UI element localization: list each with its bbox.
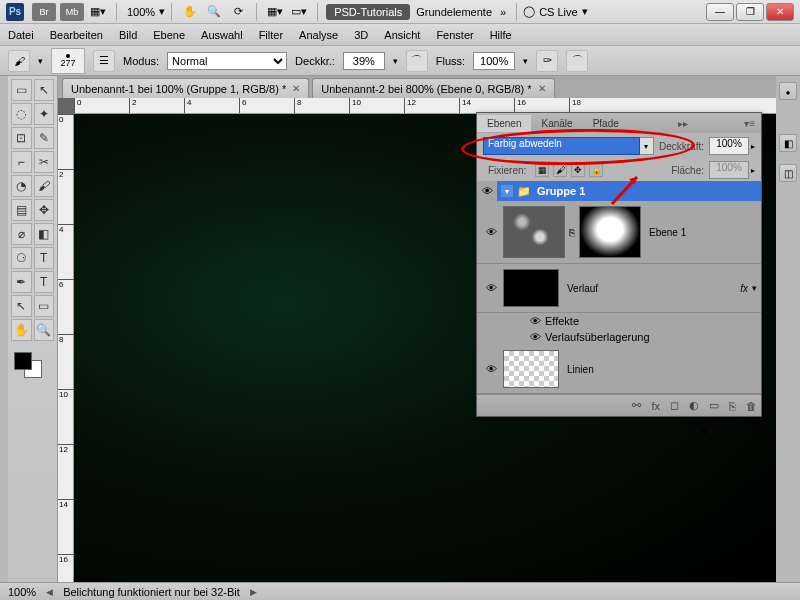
tool-hand[interactable]: ✋ [11,319,32,341]
menu-filter[interactable]: Filter [259,29,283,41]
tablet-pressure-opacity-icon[interactable]: ⌒ [406,50,428,72]
lock-transparency-icon[interactable]: ▦ [535,163,549,177]
brush-preset-picker[interactable]: 277 [51,48,85,74]
visibility-toggle[interactable]: 👁 [481,226,501,238]
fx-toggle-icon[interactable]: ▾ [752,283,757,293]
doc-tab-2[interactable]: Unbenannt-2 bei 800% (Ebene 0, RGB/8) *✕ [312,78,554,98]
new-layer-icon[interactable]: ⎘ [729,400,736,412]
menu-datei[interactable]: Datei [8,29,34,41]
visibility-toggle[interactable]: 👁 [481,363,501,375]
tool-lasso[interactable]: ◌ [11,103,32,125]
tool-path-select[interactable]: ✒ [11,271,32,293]
link-layers-icon[interactable]: ⚯ [632,399,641,412]
rotate-view-icon[interactable]: ⟳ [229,3,247,21]
layer-style-icon[interactable]: fx [651,400,660,412]
tab-ebenen[interactable]: Ebenen [477,115,531,132]
tool-gradient[interactable]: ✥ [34,199,55,221]
layer-row[interactable]: 👁 ⎘ Ebene 1 [477,201,761,264]
tool-move[interactable]: ↖ [34,79,55,101]
visibility-toggle[interactable]: 👁 [477,185,497,197]
tool-marquee[interactable]: ▭ [11,79,32,101]
hand-tool-icon[interactable]: ✋ [181,3,199,21]
close-button[interactable]: ✕ [766,3,794,21]
lock-position-icon[interactable]: ✥ [571,163,585,177]
tool-3d[interactable]: ↖ [11,295,32,317]
layer-group-header[interactable]: ▾ 📁 Gruppe 1 [497,181,761,201]
tab-pfade[interactable]: Pfade [583,115,629,132]
menu-analyse[interactable]: Analyse [299,29,338,41]
maximize-button[interactable]: ❐ [736,3,764,21]
layer-name[interactable]: Verlauf [567,283,740,294]
tool-stamp[interactable]: ◔ [11,175,32,197]
tool-eyedropper[interactable]: ✎ [34,127,55,149]
menu-bild[interactable]: Bild [119,29,137,41]
tool-type[interactable]: T [34,247,55,269]
blend-mode-dropdown[interactable]: Farbig abwedeln [483,137,640,155]
menu-auswahl[interactable]: Auswahl [201,29,243,41]
foreground-swatch[interactable] [14,352,32,370]
blend-mode-select[interactable]: Normal [167,52,287,70]
brush-tool-icon[interactable]: 🖌 [8,50,30,72]
fold-icon[interactable]: ▾ [501,185,513,197]
dock-icon[interactable]: ◧ [779,134,797,152]
layer-thumbnail[interactable] [503,206,565,258]
screen-mode-icon[interactable]: ▦▾ [89,3,107,21]
zoom-tool-icon[interactable]: 🔍 [205,3,223,21]
layers-dock-icon[interactable]: ⬥ [779,82,797,100]
nav-prev-icon[interactable]: ◀ [46,587,53,597]
tool-heal[interactable]: ⌐ [11,151,32,173]
chevron-right-icon[interactable]: ▸ [751,166,755,175]
layer-thumbnail[interactable] [503,269,559,307]
tool-zoom[interactable]: 🔍 [34,319,55,341]
minimize-button[interactable]: — [706,3,734,21]
doc-tab-1[interactable]: Unbenannt-1 bei 100% (Gruppe 1, RGB/8) *… [62,78,309,98]
status-zoom[interactable]: 100% [8,586,36,598]
tool-wand[interactable]: ✦ [34,103,55,125]
tool-dodge[interactable]: ◧ [34,223,55,245]
arrange-docs-icon[interactable]: ▦▾ [266,3,284,21]
layer-name[interactable]: Linien [567,364,757,375]
chevrons-icon[interactable]: » [500,6,506,18]
effect-item[interactable]: 👁 Verlaufsüberlagerung [477,329,761,345]
tool-3d-camera[interactable]: ▭ [34,295,55,317]
chevron-down-icon[interactable]: ▾ [523,56,528,66]
tool-crop[interactable]: ⊡ [11,127,32,149]
tool-brush[interactable]: ✂ [34,151,55,173]
visibility-toggle[interactable]: 👁 [481,282,501,294]
menu-hilfe[interactable]: Hilfe [490,29,512,41]
adjustment-layer-icon[interactable]: ◐ [689,399,699,412]
brush-panel-icon[interactable]: ☰ [93,50,115,72]
lock-all-icon[interactable]: 🔒 [589,163,603,177]
panel-menu-icon[interactable]: ▾≡ [738,118,761,129]
screen-layout-icon[interactable]: ▭▾ [290,3,308,21]
minibridge-badge[interactable]: Mb [60,3,84,21]
mask-link-icon[interactable]: ⎘ [567,227,577,238]
flow-input[interactable] [473,52,515,70]
layer-name[interactable]: Ebene 1 [649,227,757,238]
cslive-button[interactable]: CS Live [539,6,578,18]
tool-shape[interactable]: T [34,271,55,293]
chevron-down-icon[interactable]: ▾ [640,137,654,155]
workspace-grundelemente[interactable]: Grundelemente [416,6,492,18]
fx-badge[interactable]: fx [740,283,748,294]
opacity-input[interactable] [343,52,385,70]
lock-pixels-icon[interactable]: 🖌 [553,163,567,177]
layer-row[interactable]: 👁 Verlauf fx ▾ [477,264,761,313]
panel-collapse-icon[interactable]: ▸▸ [672,118,694,129]
visibility-toggle[interactable]: 👁 [525,331,545,343]
tool-history-brush[interactable]: 🖌 [34,175,55,197]
bridge-badge[interactable]: Br [32,3,56,21]
close-icon[interactable]: ✕ [292,83,300,94]
close-icon[interactable]: ✕ [538,83,546,94]
chevron-right-icon[interactable]: ▸ [751,142,755,151]
airbrush-icon[interactable]: ✑ [536,50,558,72]
new-group-icon[interactable]: ▭ [709,399,719,412]
workspace-psdtutorials[interactable]: PSD-Tutorials [326,4,410,20]
menu-bearbeiten[interactable]: Bearbeiten [50,29,103,41]
opacity-input[interactable]: 100% [709,137,749,155]
chevron-down-icon[interactable]: ▾ [582,5,588,18]
nav-next-icon[interactable]: ▶ [250,587,257,597]
delete-layer-icon[interactable]: 🗑 [746,400,757,412]
menu-ansicht[interactable]: Ansicht [384,29,420,41]
tab-kanaele[interactable]: Kanäle [531,115,582,132]
